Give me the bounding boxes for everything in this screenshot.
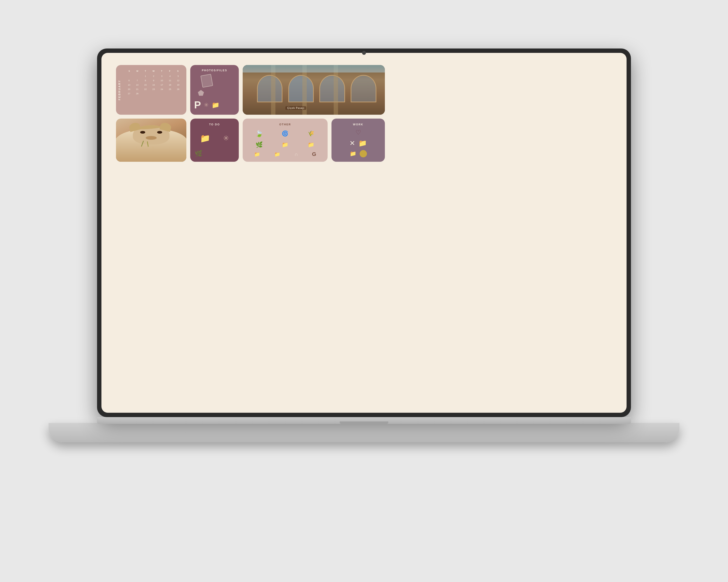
cal-day-8[interactable]: 8 [141,79,149,82]
cal-day-18[interactable]: 18 [166,83,174,87]
cal-day-23[interactable]: 23 [150,87,157,91]
photos-widget[interactable]: PHOTOS/FILES ⬟ P ✳ 📁 [190,65,239,115]
cal-day-16[interactable]: 16 [150,83,157,87]
calendar-grid: S M T W T F S 1 [125,70,182,95]
other-icons-grid: 🍃 🌀 🌾 🌿 📁 📁 [247,129,323,149]
alpaca-eye-left [140,131,145,134]
cal-day-19[interactable]: 19 [174,83,182,87]
todo-icons-row: 📁 ✳ [194,129,234,147]
cal-day-20[interactable]: 20 [125,87,133,91]
cal-empty [133,74,141,78]
swirl-icon: 🌀 [273,129,297,138]
laptop-screen-inner: FEBRUARY S M T W T F S [101,53,627,413]
star-icon: ✳ [204,102,209,108]
arch-window-3 [319,75,345,102]
work-widget[interactable]: WORK ♡ ✕ 📁 📁 [332,118,385,162]
day-m: M [133,70,141,72]
cal-day-25[interactable]: 25 [166,87,174,91]
photos-bottom: P ✳ 📁 [194,99,235,111]
photos-content: ⬟ [194,75,235,97]
cal-day-21[interactable]: 21 [133,87,141,91]
column-1 [271,65,276,115]
cal-day-2[interactable]: 2 [150,74,157,78]
work-folder-icon: 📁 [358,139,367,147]
day-s1: S [125,70,133,72]
todo-widget[interactable]: TO DO 📁 ✳ 🌿 [190,118,239,162]
calendar-days: 1 2 3 4 5 6 7 8 9 10 11 12 [125,74,182,95]
todo-asterisk-icon: ✳ [223,134,229,142]
alpaca-nose [146,136,157,139]
cal-day-4[interactable]: 4 [166,74,174,78]
cal-day-14[interactable]: 14 [133,83,141,87]
arch-window-4 [350,75,376,102]
fan-icon-1: 🌾 [299,129,323,138]
polaroid-icon [201,74,213,88]
work-folder-sm: 📁 [350,150,356,157]
work-icons: ♡ ✕ 📁 📁 [336,129,381,157]
laptop-screen-outer: FEBRUARY S M T W T F S [97,49,631,417]
leaf-icon-2: 🌿 [247,140,271,149]
arch-window-1 [257,75,283,102]
building-art: Çiçek Pasajı [243,65,385,115]
cal-day-15[interactable]: 15 [141,83,149,87]
cal-day-5[interactable]: 5 [174,74,182,78]
other-folder-pink: 📁 [274,151,280,157]
cal-day-9[interactable]: 9 [150,79,157,82]
alpaca-art [116,118,186,162]
calendar-widget[interactable]: FEBRUARY S M T W T F S [116,65,186,115]
day-s2: S [174,70,182,72]
other-title: OTHER [247,123,323,126]
leaf-icon-1: 🍃 [247,129,271,138]
day-t1: T [141,70,150,72]
gold-circle [360,150,367,157]
x-icon: ✕ [349,139,355,147]
todo-folder-icon: 📁 [200,133,210,143]
arch-letter: ∩ [294,151,298,157]
cal-empty [125,74,133,78]
photos-title: PHOTOS/FILES [194,69,235,72]
sky [243,65,385,73]
laptop-wrapper: FEBRUARY S M T W T F S [73,49,655,533]
alpaca-eye-right [157,131,162,134]
month-label: FEBRUARY [118,80,121,100]
cal-day-27[interactable]: 27 [125,92,133,95]
work-title: WORK [336,123,381,126]
cal-day-3[interactable]: 3 [158,74,166,78]
desktop-grid: FEBRUARY S M T W T F S [116,65,184,140]
cal-day-22[interactable]: 22 [141,87,149,91]
cal-day-26[interactable]: 26 [174,87,182,91]
other-widget[interactable]: OTHER 🍃 🌀 🌾 🌿 📁 📁 📁 📁 ∩ G [243,118,328,162]
todo-title: TO DO [194,123,234,126]
arch-window-2 [288,75,314,102]
laptop-base [49,423,679,442]
folder-icon: 📁 [212,101,219,109]
column-3 [334,65,338,115]
cal-day-13[interactable]: 13 [125,83,133,87]
building-sign: Çiçek Pasajı [285,106,306,110]
todo-leaf-row: 🌿 [194,147,234,157]
cal-day-24[interactable]: 24 [158,87,166,91]
cal-day-1[interactable]: 1 [141,74,149,78]
blob-icon: ⬟ [198,89,204,97]
heart-icon: ♡ [356,129,361,136]
todo-leaf-icon: 🌿 [194,150,202,157]
cal-day-28[interactable]: 28 [133,92,141,95]
cal-day-7[interactable]: 7 [133,79,141,82]
day-t2: T [158,70,166,72]
pink-folder-icon: 📁 [299,140,323,149]
cal-day-11[interactable]: 11 [166,79,174,82]
laptop-hinge [97,417,631,424]
g-letter-icon: G [312,151,316,157]
day-f: F [166,70,174,72]
cal-day-17[interactable]: 17 [158,83,166,87]
day-w: W [150,70,157,72]
building-photo: Çiçek Pasajı [243,65,385,115]
alpaca-photo [116,118,186,162]
other-bottom-row: 📁 📁 ∩ G [247,151,323,157]
cal-day-12[interactable]: 12 [174,79,182,82]
cal-day-10[interactable]: 10 [158,79,166,82]
tan-folder-icon: 📁 [273,140,297,149]
camera [362,51,366,55]
work-row-3: 📁 [350,150,367,157]
cal-day-6[interactable]: 6 [125,79,133,82]
